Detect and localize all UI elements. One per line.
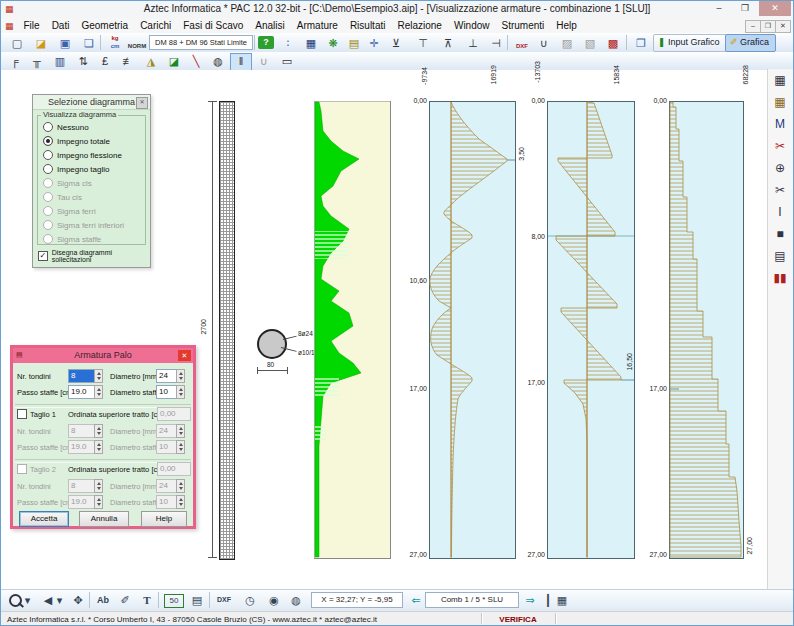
ruler-icon[interactable]: ▤ xyxy=(188,592,206,608)
menu-window[interactable]: Window xyxy=(448,20,496,31)
cut-section-icon[interactable]: ✂ xyxy=(770,137,790,155)
preview-icon[interactable]: ◉ xyxy=(265,592,283,608)
u-section-icon[interactable]: ∪ xyxy=(534,35,554,51)
displacement-icon[interactable]: ◪ xyxy=(164,53,184,69)
radio-impegno-totale[interactable]: Impegno totale xyxy=(43,136,110,146)
pan-hand-icon[interactable]: ✥ xyxy=(69,592,87,608)
section-view-icon[interactable]: ╒ xyxy=(5,53,25,69)
save-icon[interactable]: ▣ xyxy=(55,35,75,51)
menu-carichi[interactable]: Carichi xyxy=(134,20,177,31)
reaction-icon[interactable]: ╲ xyxy=(186,53,206,69)
copy-icon[interactable]: ❏ xyxy=(79,35,99,51)
mdi-restore-button[interactable]: ❐ xyxy=(760,20,776,33)
pile-tie-icon[interactable]: ⊣ xyxy=(486,35,506,51)
menu-file[interactable]: File xyxy=(18,20,46,31)
radio-impegno-taglio[interactable]: Impegno taglio xyxy=(43,164,109,174)
mdi-close-button[interactable]: ✕ xyxy=(775,20,791,33)
circle-section-icon[interactable]: ◍ xyxy=(208,53,228,69)
hatch-section-icon[interactable]: ▨ xyxy=(557,35,577,51)
close-button[interactable]: ✕ xyxy=(759,1,791,16)
soil-pressure-icon[interactable]: ◮ xyxy=(141,53,161,69)
zoom-icon[interactable] xyxy=(9,594,22,607)
axes-icon[interactable]: ✛ xyxy=(364,35,384,51)
move-center-icon[interactable]: ⊕ xyxy=(770,159,790,177)
units-icon[interactable]: kg cm xyxy=(105,34,125,50)
menu-strumenti[interactable]: Strumenti xyxy=(496,20,551,31)
input-grafico-button[interactable]: ❚ Input Grafico xyxy=(653,34,727,52)
monitor-icon[interactable]: ▭ xyxy=(277,53,297,69)
moment-table-icon[interactable]: M xyxy=(770,115,790,133)
environment-icon[interactable]: ❋ xyxy=(323,35,343,51)
u-view-icon[interactable]: ∪ xyxy=(254,53,274,69)
dimension-icon[interactable]: 50 xyxy=(164,594,184,608)
menu-geometria[interactable]: Geometria xyxy=(75,20,134,31)
edit-grid-icon[interactable]: ▦ xyxy=(770,93,790,111)
menu-help[interactable]: Help xyxy=(550,20,583,31)
new-file-icon[interactable]: ▢ xyxy=(7,35,27,51)
open-file-icon[interactable]: ◪ xyxy=(31,35,51,51)
normative-selector[interactable]: DM 88 + DM 96 Stati Limite xyxy=(149,35,253,50)
accetta-button[interactable]: Accetta xyxy=(19,511,69,527)
dialog-title-bar[interactable]: ▤ Armatura Palo ✕ xyxy=(13,348,193,363)
export-icon[interactable]: ❐ xyxy=(631,35,651,51)
radio-nessuno[interactable]: Nessuno xyxy=(43,122,89,132)
radio-impegno-flessione[interactable]: Impegno flessione xyxy=(43,150,122,160)
dxf-export-icon[interactable]: DXF xyxy=(215,592,233,608)
mdi-minimize-button[interactable]: – xyxy=(745,20,761,33)
checkbox-disegna-diagrammi[interactable]: ✓ Disegna diagrammi sollecitazioni xyxy=(38,251,150,261)
pile-top-icon[interactable]: ⊤ xyxy=(413,35,433,51)
analysis-help-icon[interactable]: ? xyxy=(258,36,274,49)
combination-selector[interactable]: Comb 1 / 5 * SLU xyxy=(425,592,519,608)
pile-base-icon[interactable]: ⊥ xyxy=(463,35,483,51)
table-grid-icon[interactable]: ▦ xyxy=(770,71,790,89)
hatch-delete-icon[interactable]: ▩ xyxy=(603,35,623,51)
dialog-close-icon[interactable]: ✕ xyxy=(178,350,191,361)
passo-staffe-stepper[interactable] xyxy=(94,385,103,399)
diametro-field[interactable]: 24 xyxy=(156,369,178,383)
font-abc-icon[interactable]: Ab xyxy=(94,592,112,608)
menu-analisi[interactable]: Analisi xyxy=(249,20,290,31)
diametro-staffe-field[interactable]: 10 xyxy=(156,385,178,399)
pile-anchor-icon[interactable]: ⊼ xyxy=(438,35,458,51)
pile-points-icon[interactable]: ∶ xyxy=(278,35,298,51)
menu-armature[interactable]: Armature xyxy=(291,20,344,31)
nr-tondini-stepper[interactable] xyxy=(94,369,103,383)
pile-elevation-icon[interactable]: ╥ xyxy=(27,53,47,69)
swap-diagram-icon[interactable]: ⇅ xyxy=(73,53,93,69)
text-cursor-icon[interactable]: I xyxy=(770,203,790,221)
text-tool-icon[interactable]: T xyxy=(138,592,156,608)
zoom-dropdown-icon[interactable]: ▾ xyxy=(23,592,32,608)
prev-combination-icon[interactable]: ⇐ xyxy=(407,592,425,608)
menu-risultati[interactable]: Risultati xyxy=(344,20,392,31)
diametro-stepper[interactable] xyxy=(176,369,185,383)
wall-icon[interactable]: ▦ xyxy=(301,35,321,51)
passo-staffe-field[interactable]: 19.0 xyxy=(68,385,96,399)
pile-diagram-icon[interactable]: ‖ xyxy=(230,53,252,71)
minimize-button[interactable]: – xyxy=(707,1,731,16)
history-icon[interactable]: ◷ xyxy=(241,592,259,608)
brush-icon[interactable]: ✐ xyxy=(116,592,134,608)
moment-left-icon[interactable]: ₤ xyxy=(95,53,115,69)
hatch-soil-icon[interactable]: ▧ xyxy=(580,35,600,51)
cut-disabled-icon[interactable]: ✂ xyxy=(770,181,790,199)
stamp-disabled-icon[interactable]: ▤ xyxy=(770,247,790,265)
moment-right-icon[interactable]: ≢ xyxy=(118,53,138,69)
annulla-button[interactable]: Annulla xyxy=(79,511,129,527)
soil-layers-icon[interactable]: ▤ xyxy=(344,35,364,51)
wall-view-icon[interactable]: ▥ xyxy=(50,53,70,69)
grafica-button[interactable]: ✐ Grafica xyxy=(725,34,776,52)
pile-load-icon[interactable]: ⊻ xyxy=(386,35,406,51)
diametro-staffe-stepper[interactable] xyxy=(176,385,185,399)
help-button[interactable]: Help xyxy=(141,511,187,527)
table-view-icon[interactable]: ▦ xyxy=(553,592,571,608)
panel-close-icon[interactable]: ✕ xyxy=(136,97,148,109)
back-dropdown-icon[interactable]: ▾ xyxy=(55,592,64,608)
colorbars-icon[interactable]: ▮▮ xyxy=(770,269,790,287)
taglio1-checkbox[interactable] xyxy=(17,409,27,419)
nr-tondini-field[interactable]: 8 xyxy=(68,369,96,383)
menu-dati[interactable]: Dati xyxy=(46,20,76,31)
web-icon[interactable]: ◍ xyxy=(287,592,305,608)
fill-disabled-icon[interactable]: ■ xyxy=(770,225,790,243)
maximize-button[interactable]: ❐ xyxy=(733,1,757,16)
menu-relazione[interactable]: Relazione xyxy=(391,20,447,31)
